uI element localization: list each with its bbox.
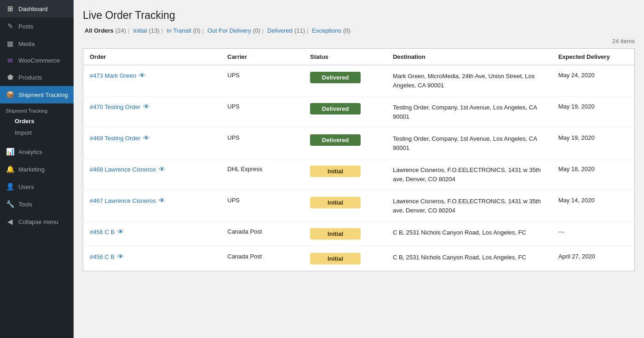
sidebar-item-label: Dashboard [18, 6, 48, 12]
col-expected-delivery: Expected Delivery [552, 49, 635, 65]
shipment-tracking-icon: 📦 [6, 91, 15, 99]
carrier-cell: UPS [221, 65, 304, 97]
expected-delivery-cell: May 14, 2020 [552, 190, 635, 222]
col-carrier: Carrier [221, 49, 304, 65]
order-link[interactable]: #469 Testing Order [90, 135, 140, 142]
users-icon: 👤 [6, 183, 15, 191]
sidebar-item-label: Tools [18, 201, 32, 208]
sidebar-item-label: Media [18, 40, 34, 47]
status-badge: Initial [310, 228, 361, 240]
sidebar-item-collapse[interactable]: ◀ Collapse menu [0, 213, 74, 230]
expected-delivery-cell: May 24, 2020 [552, 65, 635, 97]
status-cell: Initial [304, 222, 386, 246]
sidebar-item-label: Analytics [18, 149, 42, 155]
analytics-icon: 📊 [6, 148, 15, 156]
order-link[interactable]: #467 Lawrence Cisneros [90, 197, 156, 204]
col-order: Order [83, 49, 221, 65]
destination-cell: Lawrence Cisneros, F.O.EELECTRONICS, 143… [386, 159, 552, 190]
dashboard-icon: ⊞ [6, 5, 15, 13]
expected-delivery-cell: May 19, 2020 [552, 128, 635, 159]
sidebar-item-label: WooCommerce [18, 57, 60, 64]
filter-out-for-delivery[interactable]: Out For Delivery [206, 27, 253, 34]
filter-exceptions[interactable]: Exceptions [310, 27, 343, 34]
sidebar-item-analytics[interactable]: 📊 Analytics [0, 143, 74, 160]
marketing-icon: 🔔 [6, 165, 15, 173]
sidebar-item-shipment-tracking[interactable]: 📦 Shipment Tracking [0, 86, 74, 103]
sidebar-item-products[interactable]: ⬟ Products [0, 69, 74, 86]
status-cell: Initial [304, 246, 386, 271]
filter-initial[interactable]: Initial [131, 27, 149, 34]
carrier-cell: UPS [221, 128, 304, 159]
carrier-cell: Canada Post [221, 246, 304, 271]
eye-icon[interactable]: 👁 [117, 228, 124, 235]
order-cell: #456 C B👁 [83, 246, 221, 271]
col-destination: Destination [386, 49, 552, 65]
sidebar-item-posts[interactable]: ✎ Posts [0, 17, 74, 35]
order-cell: #467 Lawrence Cisneros👁 [83, 190, 221, 222]
order-link[interactable]: #468 Lawrence Cisneros [90, 166, 156, 173]
woocommerce-icon: W [6, 57, 15, 64]
order-link[interactable]: #456 C B [90, 253, 115, 260]
destination-cell: C B, 2531 Nichols Canyon Road, Los Angel… [386, 246, 552, 271]
sidebar-item-tools[interactable]: 🔧 Tools [0, 195, 74, 213]
table-row: #468 Lawrence Cisneros👁DHL ExpressInitia… [83, 159, 635, 190]
status-cell: Initial [304, 159, 386, 190]
eye-icon[interactable]: 👁 [139, 72, 145, 79]
filter-in-transit[interactable]: In Transit [165, 27, 193, 34]
sidebar-item-label: Shipment Tracking [18, 92, 68, 98]
order-cell: #456 C B👁 [83, 222, 221, 246]
sidebar-section-label: Shipment Tracking [0, 103, 74, 115]
eye-icon[interactable]: 👁 [117, 253, 124, 260]
sidebar: ⊞ Dashboard ✎ Posts ▦ Media W WooCommerc… [0, 0, 74, 338]
status-cell: Delivered [304, 128, 386, 159]
filter-all-orders[interactable]: All Orders [83, 27, 115, 34]
destination-cell: C B, 2531 Nichols Canyon Road, Los Angel… [386, 222, 552, 246]
sidebar-item-label: Collapse menu [18, 218, 58, 225]
eye-icon[interactable]: 👁 [143, 103, 150, 110]
order-cell: #473 Mark Green👁 [83, 65, 221, 97]
eye-icon[interactable]: 👁 [159, 197, 165, 204]
sidebar-item-label: Products [18, 74, 42, 81]
status-badge: Delivered [310, 134, 361, 146]
order-link[interactable]: #473 Mark Green [90, 72, 136, 79]
expected-delivery-cell: May 18, 2020 [552, 159, 635, 190]
sidebar-item-label: Users [18, 183, 34, 190]
carrier-cell: UPS [221, 97, 304, 128]
filter-delivered[interactable]: Delivered [265, 27, 294, 34]
expected-delivery-cell: --- [552, 222, 635, 246]
sidebar-item-users[interactable]: 👤 Users [0, 178, 74, 195]
order-cell: #470 Testing Order👁 [83, 97, 221, 128]
order-link[interactable]: #470 Testing Order [90, 103, 140, 110]
sidebar-item-media[interactable]: ▦ Media [0, 35, 74, 52]
posts-icon: ✎ [6, 22, 15, 30]
status-badge: Initial [310, 166, 361, 177]
status-badge: Initial [310, 197, 361, 208]
table-row: #470 Testing Order👁UPSDeliveredTesting O… [83, 97, 635, 128]
order-link[interactable]: #456 C B [90, 229, 115, 235]
sidebar-sub-item-import[interactable]: Import [0, 127, 74, 138]
eye-icon[interactable]: 👁 [143, 134, 150, 142]
destination-cell: Mark Green, MicroMedia, 24th Ave, Union … [386, 65, 552, 97]
media-icon: ▦ [6, 40, 15, 48]
destination-cell: Testing Order, Company, 1st Avenue, Los … [386, 97, 552, 128]
sidebar-item-marketing[interactable]: 🔔 Marketing [0, 160, 74, 178]
table-row: #467 Lawrence Cisneros👁UPSInitialLawrenc… [83, 190, 635, 222]
sidebar-item-woocommerce[interactable]: W WooCommerce [0, 52, 74, 69]
sidebar-sub-item-orders[interactable]: Orders [0, 115, 74, 127]
table-row: #456 C B👁Canada PostInitialC B, 2531 Nic… [83, 246, 635, 271]
order-cell: #468 Lawrence Cisneros👁 [83, 159, 221, 190]
sidebar-item-dashboard[interactable]: ⊞ Dashboard [0, 0, 74, 17]
sidebar-item-label: Marketing [18, 166, 45, 173]
collapse-icon: ◀ [6, 218, 15, 226]
eye-icon[interactable]: 👁 [159, 166, 165, 173]
carrier-cell: DHL Express [221, 159, 304, 190]
sidebar-item-label: Posts [18, 23, 34, 30]
items-count: 24 items [83, 38, 635, 45]
table-row: #456 C B👁Canada PostInitialC B, 2531 Nic… [83, 222, 635, 246]
table-row: #473 Mark Green👁UPSDeliveredMark Green, … [83, 65, 635, 97]
expected-delivery-cell: April 27, 2020 [552, 246, 635, 271]
col-status: Status [304, 49, 386, 65]
status-cell: Delivered [304, 97, 386, 128]
status-badge: Delivered [310, 103, 361, 115]
destination-cell: Lawrence Cisneros, F.O.EELECTRONICS, 143… [386, 190, 552, 222]
